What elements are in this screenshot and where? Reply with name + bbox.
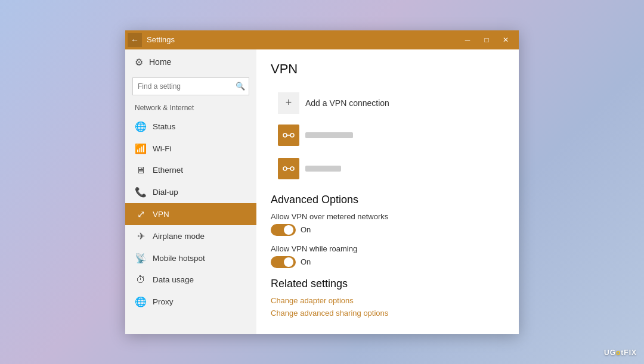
sidebar-item-vpn[interactable]: ⤢ VPN xyxy=(125,203,256,225)
titlebar-left: ← Settings xyxy=(128,33,175,47)
dialup-label: Dial-up xyxy=(153,188,178,197)
hotspot-label: Mobile hotspot xyxy=(153,254,205,263)
minimize-button[interactable]: ─ xyxy=(459,33,476,46)
datausage-icon: ⏱ xyxy=(135,275,147,285)
related-settings-title: Related settings xyxy=(271,278,504,290)
vpn-connection-1-icon xyxy=(278,125,299,146)
sidebar-item-dialup[interactable]: 📞 Dial-up xyxy=(125,181,256,203)
settings-window: ← Settings ─ □ ✕ ⚙ Home 🔍 Network & Inte… xyxy=(125,30,519,334)
change-adapter-link[interactable]: Change adapter options xyxy=(271,296,504,305)
vpn-connection-1[interactable] xyxy=(271,120,504,151)
toggle-roaming-control: On xyxy=(271,256,504,268)
toggle-metered-control: On xyxy=(271,224,504,236)
search-box[interactable]: 🔍 xyxy=(132,77,249,95)
vpn-icon: ⤢ xyxy=(135,209,147,220)
status-icon: 🌐 xyxy=(135,121,147,132)
search-input[interactable] xyxy=(133,82,232,91)
add-vpn-text: Add a VPN connection xyxy=(305,98,389,108)
toggle-metered: Allow VPN over metered networks On xyxy=(271,212,504,236)
page-title: VPN xyxy=(271,61,504,77)
svg-point-4 xyxy=(290,167,294,170)
toggle-metered-switch[interactable] xyxy=(271,224,296,236)
svg-point-3 xyxy=(283,167,287,170)
vpn-label: VPN xyxy=(153,210,169,219)
maximize-button[interactable]: □ xyxy=(478,33,495,46)
hotspot-icon: 📡 xyxy=(135,253,147,264)
dialup-icon: 📞 xyxy=(135,186,147,198)
sidebar: ⚙ Home 🔍 Network & Internet 🌐 Status 📶 W… xyxy=(125,49,256,334)
search-icon: 🔍 xyxy=(232,78,249,95)
status-label: Status xyxy=(153,122,175,131)
airplane-label: Airplane mode xyxy=(153,232,205,241)
titlebar: ← Settings ─ □ ✕ xyxy=(125,30,519,49)
svg-point-0 xyxy=(283,133,287,137)
sidebar-item-hotspot[interactable]: 📡 Mobile hotspot xyxy=(125,247,256,269)
vpn-connection-1-name xyxy=(305,132,353,138)
window-title: Settings xyxy=(147,35,175,44)
add-vpn-icon: + xyxy=(278,92,299,114)
home-icon: ⚙ xyxy=(135,57,143,68)
window-body: ⚙ Home 🔍 Network & Internet 🌐 Status 📶 W… xyxy=(125,49,519,334)
watermark: UGotFIX xyxy=(604,349,637,357)
add-vpn-button[interactable]: + Add a VPN connection xyxy=(271,86,504,120)
toggle-roaming-state: On xyxy=(301,257,311,266)
home-label: Home xyxy=(149,57,171,67)
svg-point-1 xyxy=(290,133,294,137)
sidebar-item-ethernet[interactable]: 🖥 Ethernet xyxy=(125,160,256,181)
toggle-roaming: Allow VPN while roaming On xyxy=(271,244,504,268)
vpn-connection-2-name xyxy=(305,166,341,172)
wifi-icon: 📶 xyxy=(135,143,147,154)
vpn-connection-2[interactable] xyxy=(271,153,504,184)
advanced-options-title: Advanced Options xyxy=(271,194,504,206)
proxy-icon: 🌐 xyxy=(135,296,147,307)
sidebar-item-datausage[interactable]: ⏱ Data usage xyxy=(125,269,256,291)
window-controls: ─ □ ✕ xyxy=(459,33,514,46)
section-label: Network & Internet xyxy=(125,101,256,116)
airplane-icon: ✈ xyxy=(135,231,147,242)
close-button[interactable]: ✕ xyxy=(497,33,514,46)
toggle-metered-label: Allow VPN over metered networks xyxy=(271,212,504,221)
back-button[interactable]: ← xyxy=(128,33,142,47)
ethernet-icon: 🖥 xyxy=(135,165,147,176)
proxy-label: Proxy xyxy=(153,297,174,306)
wifi-label: Wi-Fi xyxy=(153,144,171,153)
datausage-label: Data usage xyxy=(153,275,194,284)
toggle-roaming-label: Allow VPN while roaming xyxy=(271,244,504,253)
sidebar-item-airplane[interactable]: ✈ Airplane mode xyxy=(125,225,256,247)
sidebar-item-wifi[interactable]: 📶 Wi-Fi xyxy=(125,138,256,160)
sidebar-home[interactable]: ⚙ Home xyxy=(125,49,256,75)
sidebar-item-status[interactable]: 🌐 Status xyxy=(125,116,256,138)
vpn-connection-2-icon xyxy=(278,158,299,179)
change-sharing-link[interactable]: Change advanced sharing options xyxy=(271,309,504,318)
sidebar-item-proxy[interactable]: 🌐 Proxy xyxy=(125,291,256,313)
main-content: VPN + Add a VPN connection xyxy=(256,49,519,334)
toggle-metered-state: On xyxy=(301,225,311,234)
ethernet-label: Ethernet xyxy=(153,166,183,175)
toggle-roaming-switch[interactable] xyxy=(271,256,296,268)
